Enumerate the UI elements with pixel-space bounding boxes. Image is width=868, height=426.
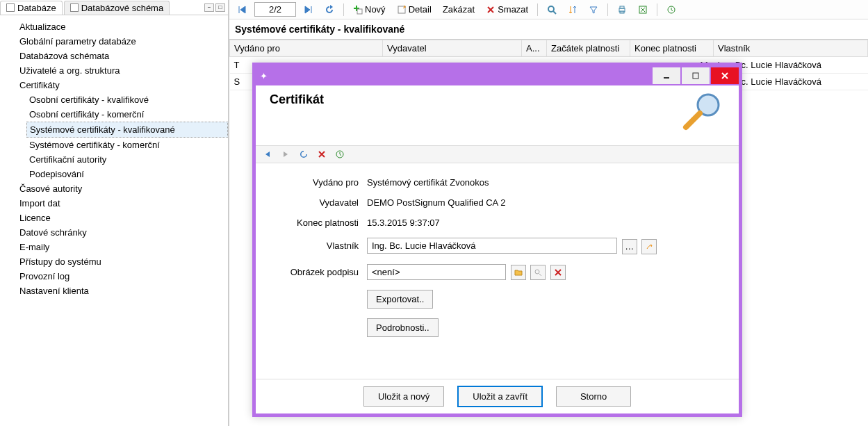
open-file-icon[interactable] (511, 265, 526, 280)
sort-icon[interactable] (564, 3, 581, 17)
main-toolbar: Nový Detail Zakázat Smazat (229, 0, 868, 19)
tab-database-schema[interactable]: Databázové schéma (64, 1, 170, 15)
filter-icon[interactable] (585, 3, 602, 17)
tree-item-certificates[interactable]: Certifikáty (17, 78, 228, 92)
value-issuer: DEMO PostSignum Qualified CA 2 (367, 197, 711, 208)
tree-item[interactable]: Globální parametry databáze (17, 34, 228, 49)
tab-database[interactable]: Databáze (0, 1, 63, 15)
col-header[interactable]: A... (522, 40, 547, 57)
svg-rect-2 (357, 9, 362, 14)
tree-item[interactable]: E-maily (17, 240, 228, 254)
prev-icon[interactable] (260, 148, 275, 161)
nav-tree: Aktualizace Globální parametry databáze … (0, 15, 228, 426)
tree-item[interactable]: Datové schránky (17, 225, 228, 240)
view-icon[interactable] (530, 265, 546, 280)
disable-button[interactable]: Zakázat (439, 2, 478, 17)
tree-item[interactable]: Certifikační autority (26, 152, 228, 167)
tree-item[interactable]: Provozní log (17, 269, 228, 284)
label-owner: Vlastník (284, 240, 367, 251)
tree-item[interactable]: Osobní certifikáty - komerční (26, 107, 228, 122)
clear-button[interactable] (641, 239, 657, 254)
history-icon[interactable] (332, 148, 347, 161)
tree-item-selected[interactable]: Systémové certifikáty - kvalifikované (26, 122, 228, 138)
svg-rect-10 (693, 73, 698, 79)
label-sig-image: Obrázek podpisu (284, 267, 367, 277)
cancel-button[interactable]: Storno (556, 386, 631, 407)
save-and-close-button[interactable]: Uložit a zavřít (458, 386, 542, 407)
tree-item[interactable]: Nastavení klienta (17, 284, 228, 298)
svg-rect-6 (620, 6, 624, 8)
app-icon: ✦ (260, 71, 268, 81)
certificate-dialog: ✦ Certifikát Vydáno pro Systémový certif… (252, 63, 742, 417)
label-issued-to: Vydáno pro (284, 177, 367, 188)
tree-item[interactable]: Uživatelé a org. struktura (17, 63, 228, 78)
sig-image-input[interactable] (367, 264, 506, 280)
maximize-button[interactable] (682, 67, 710, 84)
tree-item[interactable]: Databázová schémata (17, 49, 228, 63)
tree-item[interactable]: Časové autority (17, 181, 228, 196)
delete-button[interactable]: Smazat (482, 2, 532, 17)
history-icon[interactable] (663, 3, 680, 17)
sidebar-tabs: Databáze Databázové schéma − □ (0, 0, 228, 15)
dialog-title: Certifikát (270, 92, 324, 107)
window-icon (6, 3, 15, 12)
tree-item[interactable]: Osobní certifikáty - kvalifikové (26, 92, 228, 107)
dialog-toolbar (256, 145, 739, 163)
refresh-icon[interactable] (296, 148, 311, 161)
svg-point-13 (535, 270, 539, 274)
minimize-button[interactable] (653, 67, 680, 84)
search-icon[interactable] (543, 3, 560, 17)
tree-item[interactable]: Systémové certifikáty - komerční (26, 138, 228, 152)
magnifier-icon (680, 92, 725, 131)
browse-button[interactable]: … (622, 239, 637, 254)
export-button[interactable]: Exportovat.. (367, 290, 433, 309)
save-and-new-button[interactable]: Uložit a nový (363, 386, 444, 407)
remove-icon[interactable] (550, 265, 566, 280)
next-icon[interactable] (278, 148, 293, 161)
details-button[interactable]: Podrobnosti.. (367, 318, 439, 337)
first-record-icon[interactable] (234, 3, 250, 17)
minimize-icon[interactable]: − (204, 3, 214, 12)
window-icon (70, 3, 79, 12)
delete-icon[interactable] (314, 148, 329, 161)
col-header[interactable]: Vlastník (714, 40, 868, 57)
value-valid-to: 15.3.2015 9:37:07 (367, 218, 711, 228)
svg-point-4 (548, 6, 554, 12)
tree-item[interactable]: Přístupy do systému (17, 254, 228, 269)
restore-icon[interactable]: □ (215, 3, 225, 12)
record-position-input[interactable] (254, 2, 296, 17)
excel-icon[interactable] (634, 3, 651, 17)
tree-item[interactable]: Import dat (17, 196, 228, 211)
col-header[interactable]: Začátek platnosti (547, 40, 630, 57)
print-icon[interactable] (614, 3, 630, 17)
detail-button[interactable]: Detail (393, 2, 435, 17)
new-button[interactable]: Nový (350, 2, 389, 17)
label-issuer: Vydavatel (284, 197, 367, 208)
col-header[interactable]: Vydáno pro (230, 40, 383, 57)
value-issued-to: Systémový certifikát Zvonokos (367, 177, 711, 188)
last-record-icon[interactable] (300, 3, 317, 17)
label-valid-to: Konec platnosti (284, 218, 367, 228)
col-header[interactable]: Vydavatel (383, 40, 522, 57)
close-button[interactable] (711, 67, 739, 84)
page-title: Systémové certifikáty - kvalifikované (229, 19, 868, 39)
tree-item[interactable]: Licence (17, 211, 228, 225)
refresh-icon[interactable] (321, 3, 338, 17)
owner-input[interactable] (367, 238, 617, 254)
tree-item[interactable]: Podepisování (26, 167, 228, 181)
col-header[interactable]: Konec platnosti (630, 40, 714, 57)
dialog-titlebar[interactable]: ✦ (256, 66, 739, 85)
tree-item[interactable]: Aktualizace (17, 19, 228, 34)
